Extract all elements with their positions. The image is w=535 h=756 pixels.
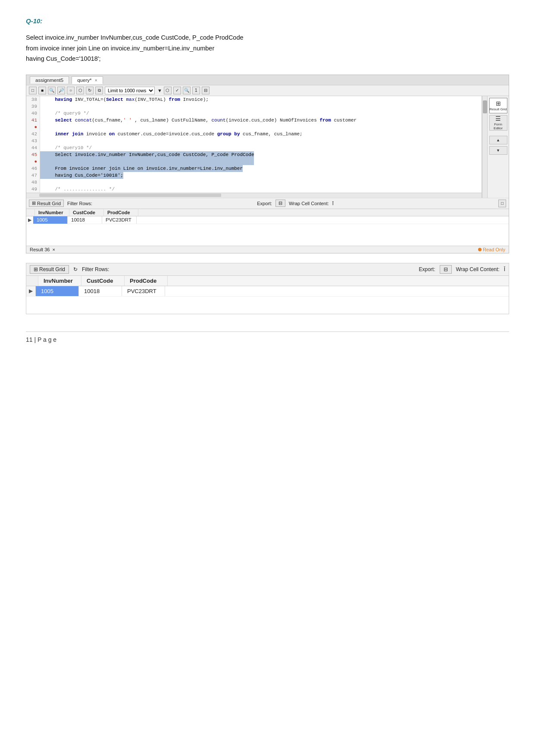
row-indicator: ▶ bbox=[26, 216, 33, 224]
search-btn[interactable]: 🔎 bbox=[57, 87, 65, 94]
tab-close-icon[interactable]: × bbox=[95, 78, 97, 83]
zoomed-col-custcode: CustCode bbox=[81, 276, 125, 286]
col-prodcode: ProdCode bbox=[104, 209, 138, 216]
stop-btn[interactable]: ⬡ bbox=[76, 87, 84, 94]
cell-invnumber[interactable]: 1005 bbox=[33, 216, 68, 224]
tab-query[interactable]: query* × bbox=[72, 76, 103, 84]
result-toolbar: ⊞ Result Grid Filter Rows: Export: ⊟ Wra… bbox=[26, 198, 509, 209]
tab-assignment5[interactable]: assignment5 bbox=[30, 76, 69, 84]
info-btn[interactable]: 1 bbox=[192, 87, 200, 94]
editor-line-39: 39 bbox=[26, 103, 482, 110]
editor-line-47: 47 having Cus_Code='10018'; bbox=[26, 172, 482, 179]
zoomed-cell-invnumber[interactable]: 1005 bbox=[36, 286, 79, 296]
export-label: Export: bbox=[257, 201, 272, 206]
new-file-btn[interactable]: □ bbox=[29, 87, 37, 94]
form-editor-icon: ☰ bbox=[495, 115, 501, 122]
editor-scrollbar[interactable] bbox=[482, 96, 487, 198]
editor-line-46: 46 From invoice inner join Line on invoi… bbox=[26, 165, 482, 172]
zoomed-filter-icon: ↻ bbox=[73, 266, 78, 272]
readonly-status: Read Only bbox=[478, 247, 505, 252]
editor-line-42: 42 inner join invoice on customer.cus_co… bbox=[26, 131, 482, 137]
exec-btn[interactable]: ⬡ bbox=[164, 87, 172, 94]
filter-rows-label: Filter Rows: bbox=[67, 201, 92, 206]
sql-editor[interactable]: 38 having INV_TOTAL=(Select max(INV_TOTA… bbox=[26, 96, 482, 198]
settings-btn[interactable]: ⊟ bbox=[202, 87, 210, 94]
limit-select[interactable]: Limit to 1000 rows bbox=[105, 87, 155, 94]
result-close-btn[interactable]: × bbox=[52, 247, 55, 252]
result-grid-side-btn[interactable]: ⊞ Result Grid bbox=[489, 98, 507, 113]
save-btn[interactable]: ■ bbox=[38, 87, 46, 94]
zoomed-toolbar: ⊞ Result Grid ↻ Filter Rows: Export: ⊟ W… bbox=[26, 263, 509, 276]
zoomed-col-prodcode: ProdCode bbox=[125, 276, 168, 286]
readonly-dot bbox=[478, 248, 482, 251]
workbench-main: 38 having INV_TOTAL=(Select max(INV_TOTA… bbox=[26, 96, 509, 198]
right-panel: ⊞ Result Grid ☰ Form Editor ▲ ▼ bbox=[487, 96, 509, 198]
question-text: Select invoice.inv_number InvNumber,cus_… bbox=[26, 32, 509, 64]
zoomed-result: ⊞ Result Grid ↻ Filter Rows: Export: ⊟ W… bbox=[26, 263, 509, 314]
editor-line-41: 41 ● select concat(cus_fname,' ' , cus_l… bbox=[26, 117, 482, 131]
cell-prodcode[interactable]: PVC23DRT bbox=[102, 216, 137, 224]
zoomed-export-btn[interactable]: ⊟ bbox=[440, 265, 452, 274]
workbench-window: assignment5 query* × □ ■ 🔍 🔎 ○ ⬡ ↻ ⧉ Lim… bbox=[26, 75, 509, 253]
col-invnumber: InvNumber bbox=[35, 209, 69, 216]
zoomed-cell-custcode[interactable]: 10018 bbox=[79, 286, 122, 296]
run-btn[interactable]: ○ bbox=[67, 87, 75, 94]
editor-line-48: 48 bbox=[26, 179, 482, 186]
wrap-cell-label: Wrap Cell Content: bbox=[289, 201, 329, 206]
scroll-up-btn[interactable]: ▲ bbox=[489, 136, 507, 144]
status-result: Result 36 × bbox=[30, 247, 55, 252]
exec2-btn[interactable]: ✓ bbox=[173, 87, 181, 94]
workbench-titlebar: assignment5 query* × bbox=[26, 75, 509, 85]
result-grid-icon: ⊞ bbox=[496, 100, 501, 107]
search2-btn[interactable]: 🔍 bbox=[183, 87, 191, 94]
result-grid-icon2: ⊞ bbox=[32, 200, 36, 206]
form-editor-side-btn[interactable]: ☰ Form Editor bbox=[489, 115, 507, 131]
zoomed-grid-row-1: ▶ 1005 10018 PVC23DRT bbox=[26, 286, 509, 297]
zoomed-result-grid-btn[interactable]: ⊞ Result Grid bbox=[30, 265, 69, 274]
zoomed-result-grid-icon: ⊞ bbox=[34, 266, 38, 272]
wrap-cell-btn[interactable]: Ī bbox=[332, 201, 334, 206]
zoomed-cell-prodcode[interactable]: PVC23DRT bbox=[122, 286, 165, 296]
scroll-down-btn[interactable]: ▼ bbox=[489, 146, 507, 155]
col-custcode: CustCode bbox=[69, 209, 104, 216]
zoomed-col-invnumber: InvNumber bbox=[38, 276, 81, 286]
grid-header: InvNumber CustCode ProdCode bbox=[26, 209, 509, 216]
editor-line-43: 43 bbox=[26, 137, 482, 144]
refresh-btn[interactable]: ↻ bbox=[86, 87, 94, 94]
editor-line-38: 38 having INV_TOTAL=(Select max(INV_TOTA… bbox=[26, 96, 482, 103]
cell-custcode[interactable]: 10018 bbox=[68, 216, 102, 224]
maximize-btn[interactable]: □ bbox=[498, 200, 506, 207]
export-btn[interactable]: ⊟ bbox=[275, 200, 285, 207]
editor-line-49: 49 /* ............... */ bbox=[26, 186, 482, 193]
copy-btn[interactable]: ⧉ bbox=[95, 87, 103, 94]
question-label: Q-10: bbox=[26, 17, 509, 25]
inspect-btn[interactable]: 🔍 bbox=[48, 87, 56, 94]
workbench-toolbar: □ ■ 🔍 🔎 ○ ⬡ ↻ ⧉ Limit to 1000 rows ▼ ⬡ ✓… bbox=[26, 85, 509, 96]
zoomed-wrap-btn[interactable]: Ī bbox=[504, 266, 505, 272]
zoomed-row-indicator: ▶ bbox=[26, 286, 36, 296]
result-grid-btn[interactable]: ⊞ Result Grid bbox=[29, 200, 64, 207]
editor-line-44: 44 /* query10 */ bbox=[26, 144, 482, 151]
editor-line-45: 45 ● Select invoice.inv_number InvNumber… bbox=[26, 151, 482, 165]
grid-row-1: ▶ 1005 10018 PVC23DRT bbox=[26, 216, 509, 224]
result-grid: InvNumber CustCode ProdCode ▶ 1005 10018… bbox=[26, 209, 509, 246]
zoomed-grid-header: InvNumber CustCode ProdCode bbox=[26, 276, 509, 286]
page-footer: 11 | P a g e bbox=[26, 331, 509, 343]
editor-line-40: 40 /* query9 */ bbox=[26, 110, 482, 117]
status-bar: Result 36 × Read Only bbox=[26, 246, 509, 253]
